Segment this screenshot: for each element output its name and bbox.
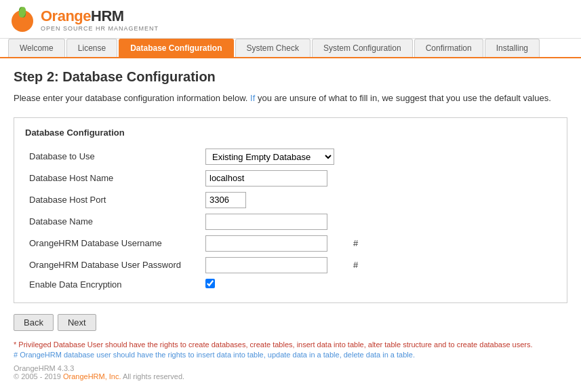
- logo-sub: OPEN SOURCE HR MANAGEMENT: [41, 25, 159, 32]
- label-db-host-port: Database Host Port: [25, 189, 201, 211]
- description-link: If: [247, 93, 255, 103]
- cell-empty-5: [350, 276, 362, 293]
- db-host-name-input[interactable]: [205, 170, 327, 187]
- table-row: Database to Use Existing Empty Database …: [25, 146, 362, 168]
- db-username-input[interactable]: [205, 235, 327, 252]
- table-row: Database Host Port: [25, 189, 362, 211]
- db-config-section: Database Configuration Database to Use E…: [14, 117, 567, 303]
- footer-link[interactable]: OrangeHRM, Inc.: [63, 372, 121, 380]
- label-database-to-use: Database to Use: [25, 146, 201, 168]
- main-content: Step 2: Database Configuration Please en…: [0, 58, 581, 391]
- cell-db-host-port[interactable]: [201, 189, 350, 211]
- cell-encryption[interactable]: [201, 276, 350, 293]
- description-part1: Please enter your database configuration…: [14, 93, 247, 103]
- logo-brand: OrangeHRM: [41, 7, 159, 25]
- logo-icon: [8, 5, 37, 34]
- form-table: Database to Use Existing Empty Database …: [25, 146, 362, 293]
- logo-hrm: HRM: [91, 7, 124, 24]
- footer-version: OrangeHRM 4.3.3: [14, 364, 567, 372]
- label-db-password: OrangeHRM Database User Password: [25, 254, 201, 276]
- tab-system-configuration[interactable]: System Configuration: [312, 39, 413, 57]
- cell-empty-4: [350, 211, 362, 233]
- header: OrangeHRM OPEN SOURCE HR MANAGEMENT: [0, 0, 581, 39]
- logo: OrangeHRM OPEN SOURCE HR MANAGEMENT: [8, 5, 159, 34]
- section-title: Database Configuration: [25, 128, 556, 138]
- footer-copyright-text: © 2005 - 2019: [14, 372, 63, 380]
- cell-db-username[interactable]: [201, 233, 350, 254]
- table-row: Database Host Name: [25, 168, 362, 189]
- description-part2: you are unsure of what to fill in, we su…: [255, 93, 550, 103]
- description: Please enter your database configuration…: [14, 92, 567, 105]
- tab-system-check[interactable]: System Check: [235, 39, 310, 57]
- red-note: * Privileged Database User should have t…: [14, 340, 567, 349]
- db-name-input[interactable]: [205, 214, 327, 230]
- cell-empty-2: [350, 168, 362, 189]
- table-row: Enable Data Encryption: [25, 276, 362, 293]
- label-db-host-name: Database Host Name: [25, 168, 201, 189]
- label-db-name: Database Name: [25, 211, 201, 233]
- cell-hash-1: #: [350, 233, 362, 254]
- table-row: OrangeHRM Database Username #: [25, 233, 362, 254]
- cell-empty-1: [350, 146, 362, 168]
- cell-db-name[interactable]: [201, 211, 350, 233]
- footer: OrangeHRM 4.3.3 © 2005 - 2019 OrangeHRM,…: [14, 364, 567, 380]
- footer-copyright: © 2005 - 2019 OrangeHRM, Inc. All rights…: [14, 372, 567, 380]
- db-password-input[interactable]: [205, 257, 327, 273]
- encryption-checkbox[interactable]: [205, 279, 215, 288]
- logo-orange: Orange: [41, 7, 91, 24]
- table-row: Database Name: [25, 211, 362, 233]
- label-db-username: OrangeHRM Database Username: [25, 233, 201, 254]
- page-title: Step 2: Database Configuration: [14, 69, 567, 85]
- blue-note: # OrangeHRM database user should have th…: [14, 351, 567, 359]
- tab-license[interactable]: License: [66, 39, 117, 57]
- label-encryption: Enable Data Encryption: [25, 276, 201, 293]
- next-button[interactable]: Next: [58, 314, 96, 331]
- cell-db-host-name[interactable]: [201, 168, 350, 189]
- button-bar: Back Next: [14, 314, 567, 331]
- tab-installing[interactable]: Installing: [485, 39, 540, 57]
- cell-empty-3: [350, 189, 362, 211]
- tab-confirmation[interactable]: Confirmation: [414, 39, 483, 57]
- tab-bar: Welcome License Database Configuration S…: [0, 39, 581, 58]
- database-to-use-select[interactable]: Existing Empty Database Create New Datab…: [205, 149, 334, 165]
- table-row: OrangeHRM Database User Password #: [25, 254, 362, 276]
- tab-database-configuration[interactable]: Database Configuration: [119, 39, 233, 57]
- cell-database-to-use[interactable]: Existing Empty Database Create New Datab…: [201, 146, 350, 168]
- tab-welcome[interactable]: Welcome: [8, 39, 65, 57]
- cell-db-password[interactable]: [201, 254, 350, 276]
- cell-hash-2: #: [350, 254, 362, 276]
- logo-text: OrangeHRM OPEN SOURCE HR MANAGEMENT: [41, 7, 159, 32]
- back-button[interactable]: Back: [14, 314, 54, 331]
- footer-rights: All rights reserved.: [121, 372, 185, 380]
- db-host-port-input[interactable]: [205, 192, 246, 208]
